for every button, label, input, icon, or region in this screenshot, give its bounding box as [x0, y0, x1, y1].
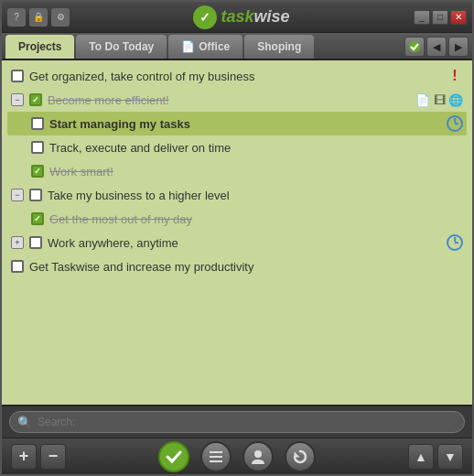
- maximize-button[interactable]: □: [432, 10, 448, 25]
- task-label-7: Get the most out of my day: [49, 212, 463, 226]
- task-list: Get organized, take control of my busine…: [2, 60, 472, 405]
- gear-icon[interactable]: ⚙: [51, 8, 70, 27]
- task-checkbox-6[interactable]: [29, 189, 42, 201]
- tab-office[interactable]: 📄 Office: [168, 35, 242, 59]
- logo-check-icon: ✓: [193, 5, 217, 29]
- tab-projects-label: Projects: [18, 40, 61, 53]
- task-checkbox-1[interactable]: [11, 70, 24, 82]
- app-logo: ✓ taskwise: [193, 5, 289, 29]
- toolbar-right: ▲ ▼: [408, 444, 463, 470]
- app-title: taskwise: [221, 7, 289, 27]
- task-label-3: Start managing my tasks: [49, 117, 441, 131]
- searchbar: 🔍: [2, 405, 472, 438]
- tab-todo-label: To Do Today: [89, 40, 154, 53]
- task-exclamation-1: !: [447, 68, 463, 84]
- tab-projects[interactable]: Projects: [5, 35, 74, 59]
- task-row: − Take my business to a higher level: [7, 183, 467, 207]
- profile-button[interactable]: [242, 441, 274, 472]
- main-window: ? 🔒 ⚙ ✓ taskwise _ □ ✕ Projects To Do To…: [0, 0, 474, 476]
- help-icon[interactable]: ?: [7, 8, 26, 27]
- doc-icon[interactable]: 📄: [415, 92, 430, 107]
- move-down-button[interactable]: ▼: [437, 444, 463, 470]
- tab-shopping[interactable]: Shoping: [244, 35, 314, 59]
- tabbar-right-buttons: ◀ ▶: [404, 37, 469, 57]
- window-controls: _ □ ✕: [414, 10, 467, 25]
- search-icon: 🔍: [17, 416, 32, 429]
- remove-button[interactable]: −: [40, 444, 66, 470]
- task-checkbox-7[interactable]: [31, 212, 44, 225]
- tab-todo[interactable]: To Do Today: [76, 35, 167, 59]
- toolbar: + −: [2, 438, 472, 474]
- svg-point-0: [409, 41, 420, 52]
- minimize-button[interactable]: _: [414, 10, 430, 25]
- task-row: Track, execute and deliver on time: [7, 135, 467, 159]
- task-clock-3: [447, 115, 463, 132]
- expand-button-2[interactable]: −: [11, 93, 24, 106]
- move-up-button[interactable]: ▲: [408, 444, 434, 470]
- list-button[interactable]: [200, 441, 232, 472]
- exclamation-icon: !: [452, 68, 457, 84]
- clock-icon-2: [447, 234, 463, 251]
- film-icon[interactable]: 🎞: [432, 92, 447, 107]
- task-label-2: Become more efficient!: [48, 93, 410, 107]
- clock-icon: [447, 115, 463, 132]
- task-checkbox-9[interactable]: [11, 260, 24, 273]
- tab-check-button[interactable]: [404, 37, 425, 57]
- task-row: Get the most out of my day: [7, 207, 467, 231]
- task-label-6: Take my business to a higher level: [48, 189, 463, 202]
- task-label-4: Track, execute and deliver on time: [49, 141, 463, 155]
- svg-point-4: [254, 450, 262, 458]
- task-doc-icons-2: 📄 🎞 🌐: [415, 92, 463, 107]
- add-button[interactable]: +: [11, 444, 37, 470]
- task-label-5: Work smart!: [49, 165, 463, 178]
- refresh-button[interactable]: [285, 441, 316, 472]
- complete-button[interactable]: [158, 441, 189, 472]
- task-row: Work smart!: [7, 159, 467, 183]
- task-checkbox-2[interactable]: [29, 93, 42, 106]
- tab-office-label: Office: [199, 40, 230, 53]
- search-input-wrapper[interactable]: 🔍: [9, 411, 465, 433]
- tab-prev-button[interactable]: ◀: [426, 37, 447, 57]
- expand-button-8[interactable]: +: [11, 236, 24, 249]
- task-row: Get organized, take control of my busine…: [7, 64, 467, 88]
- tab-office-icon: 📄: [181, 40, 195, 53]
- task-label-1: Get organized, take control of my busine…: [29, 70, 441, 83]
- toolbar-left: + −: [11, 444, 66, 470]
- task-checkbox-8[interactable]: [29, 236, 42, 249]
- close-button[interactable]: ✕: [450, 10, 467, 25]
- task-row: Get Taskwise and increase my productivit…: [7, 254, 467, 278]
- task-row: + Work anywhere, anytime: [7, 231, 467, 254]
- task-checkbox-5[interactable]: [31, 165, 44, 178]
- titlebar: ? 🔒 ⚙ ✓ taskwise _ □ ✕: [2, 2, 472, 33]
- task-checkbox-3[interactable]: [31, 117, 44, 130]
- tab-shopping-label: Shoping: [257, 40, 301, 53]
- toolbar-center: [158, 441, 316, 472]
- titlebar-left: ? 🔒 ⚙: [7, 8, 70, 27]
- expand-button-6[interactable]: −: [11, 189, 24, 201]
- tabbar: Projects To Do Today 📄 Office Shoping ◀ …: [2, 33, 472, 60]
- task-row: Start managing my tasks: [7, 112, 467, 135]
- tab-next-button[interactable]: ▶: [448, 37, 469, 57]
- search-input[interactable]: [38, 416, 457, 428]
- task-row: − Become more efficient! 📄 🎞 🌐: [7, 88, 467, 112]
- globe-icon[interactable]: 🌐: [448, 92, 463, 107]
- lock-icon[interactable]: 🔒: [29, 8, 48, 27]
- task-label-8: Work anywhere, anytime: [48, 236, 441, 250]
- task-clock-8: [447, 234, 463, 251]
- task-label-9: Get Taskwise and increase my productivit…: [29, 260, 463, 274]
- task-checkbox-4[interactable]: [31, 141, 44, 154]
